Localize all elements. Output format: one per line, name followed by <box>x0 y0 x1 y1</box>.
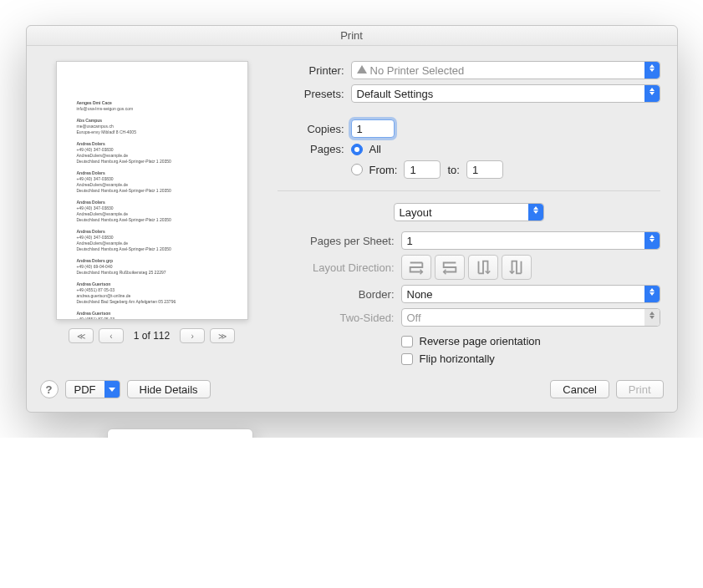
print-dialog: Print Aenges Dmi Caceinfo@usa-lms-setgon… <box>26 25 678 413</box>
first-page-button[interactable]: ≪ <box>69 328 94 343</box>
presets-select[interactable]: Default Settings <box>351 84 660 103</box>
printer-select[interactable]: No Printer Selected <box>351 61 660 79</box>
pages-from-radio[interactable] <box>351 164 363 175</box>
twosided-label: Two-Sided: <box>278 312 395 324</box>
pages-label: Pages: <box>278 143 344 155</box>
print-button: Print <box>616 380 664 398</box>
pages-to-text: to: <box>447 164 459 176</box>
presets-label: Presets: <box>278 88 344 100</box>
layoutdir-2[interactable] <box>435 255 465 280</box>
printer-label: Printer: <box>278 64 344 77</box>
settings-column: Printer: No Printer Selected Presets: De… <box>278 61 660 365</box>
page-counter: 1 of 112 <box>134 330 170 342</box>
pages-all-radio[interactable] <box>351 144 363 155</box>
cancel-button[interactable]: Cancel <box>550 380 609 398</box>
border-label: Border: <box>278 288 395 301</box>
reverse-label: Reverse page orientation <box>420 335 541 347</box>
pages-from-text: From: <box>369 164 398 176</box>
next-page-button[interactable]: › <box>180 328 205 343</box>
layoutdir-4[interactable] <box>502 255 532 280</box>
layoutdir-1[interactable] <box>401 255 431 280</box>
dialog-title: Print <box>27 26 677 46</box>
pdf-menu-button[interactable]: PDF <box>65 380 120 398</box>
pps-select[interactable]: 1 <box>401 231 660 250</box>
section-select[interactable]: Layout <box>394 203 544 221</box>
prev-page-button[interactable]: ‹ <box>99 328 124 343</box>
layoutdir-3[interactable] <box>468 255 498 280</box>
border-select[interactable]: None <box>401 285 660 303</box>
flip-checkbox[interactable] <box>401 353 413 365</box>
last-page-button[interactable]: ≫ <box>210 328 235 343</box>
pages-to-input[interactable]: 1 <box>466 160 503 179</box>
pages-all-text: All <box>369 143 381 155</box>
preview-column: Aenges Dmi Caceinfo@usa-lms-setgon gos.c… <box>43 61 261 365</box>
menu-open-preview[interactable]: Open in Preview <box>108 433 252 438</box>
page-nav: ≪ ‹ 1 of 112 › ≫ <box>69 328 235 343</box>
help-button[interactable]: ? <box>40 380 59 398</box>
twosided-select: Off <box>401 308 660 327</box>
pps-label: Pages per Sheet: <box>278 235 395 247</box>
page-thumbnail: Aenges Dmi Caceinfo@usa-lms-setgon gos.c… <box>56 61 248 320</box>
pages-from-input[interactable]: 1 <box>404 160 441 179</box>
flip-label: Flip horizontally <box>420 352 495 365</box>
chevron-down-icon <box>104 381 120 398</box>
warning-icon <box>357 65 367 74</box>
copies-label: Copies: <box>278 123 344 135</box>
layoutdir-label: Layout Direction: <box>278 261 395 274</box>
copies-input[interactable]: 1 <box>351 119 395 138</box>
pdf-dropdown-menu: Open in Preview Save as PDF Save as Post… <box>107 428 253 438</box>
hide-details-button[interactable]: Hide Details <box>127 380 211 398</box>
reverse-checkbox[interactable] <box>401 336 413 347</box>
layout-direction-group <box>401 255 532 280</box>
